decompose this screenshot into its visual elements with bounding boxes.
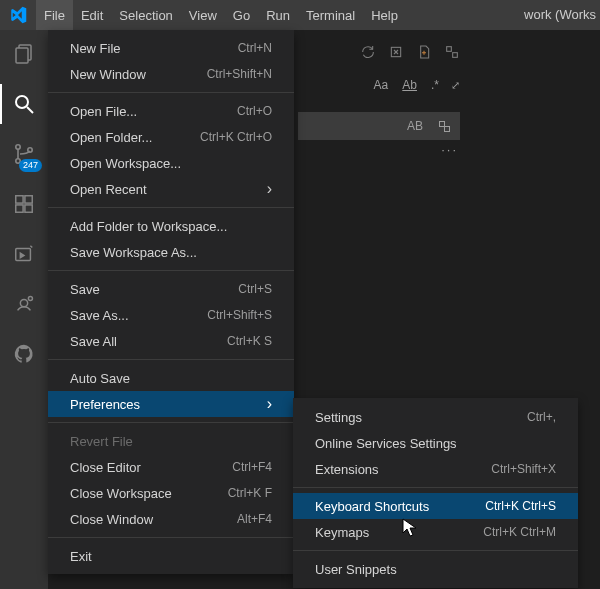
- file-menu-open-file[interactable]: Open File...Ctrl+O: [48, 98, 294, 124]
- menu-item-label: New File: [70, 41, 121, 56]
- file-menu-exit[interactable]: Exit: [48, 543, 294, 569]
- menu-item-label: Save All: [70, 334, 117, 349]
- remote-icon[interactable]: [0, 288, 48, 320]
- file-menu-dropdown: New FileCtrl+NNew WindowCtrl+Shift+NOpen…: [48, 30, 294, 574]
- match-whole-word-toggle[interactable]: Ab: [400, 78, 419, 93]
- search-icon[interactable]: [0, 88, 48, 120]
- menu-item-label: Keymaps: [315, 525, 369, 540]
- menu-shortcut: Ctrl+K Ctrl+O: [200, 130, 272, 144]
- file-menu-new-window[interactable]: New WindowCtrl+Shift+N: [48, 61, 294, 87]
- file-menu-open-recent[interactable]: Open Recent›: [48, 176, 294, 202]
- editor-toolbar: [360, 44, 460, 60]
- menu-shortcut: Ctrl+S: [238, 282, 272, 296]
- pref-menu-extensions[interactable]: ExtensionsCtrl+Shift+X: [293, 456, 578, 482]
- menu-separator: [48, 422, 294, 423]
- menu-item-label: Close Window: [70, 512, 153, 527]
- menu-separator: [48, 359, 294, 360]
- menu-separator: [48, 537, 294, 538]
- file-menu-open-folder[interactable]: Open Folder...Ctrl+K Ctrl+O: [48, 124, 294, 150]
- github-icon[interactable]: [0, 338, 48, 370]
- app-logo-icon: [0, 0, 36, 30]
- menu-item-label: Add Folder to Workspace...: [70, 219, 227, 234]
- menu-shortcut: Ctrl+Shift+N: [207, 67, 272, 81]
- regex-toggle[interactable]: .*: [429, 78, 441, 93]
- pref-menu-settings[interactable]: SettingsCtrl+,: [293, 404, 578, 430]
- menubar-item-selection[interactable]: Selection: [111, 0, 180, 30]
- extensions-icon[interactable]: [0, 188, 48, 220]
- menu-shortcut: Ctrl+K F: [228, 486, 272, 500]
- menu-shortcut: Ctrl+K S: [227, 334, 272, 348]
- activity-bar: 247: [0, 30, 48, 589]
- svg-line-3: [27, 107, 33, 113]
- menu-item-label: New Window: [70, 67, 146, 82]
- menu-item-label: User Snippets: [315, 562, 397, 577]
- menu-item-label: Save As...: [70, 308, 129, 323]
- menu-separator: [293, 550, 578, 551]
- refresh-icon[interactable]: [360, 44, 376, 60]
- menubar-item-terminal[interactable]: Terminal: [298, 0, 363, 30]
- chevron-right-icon: ›: [267, 180, 272, 198]
- file-menu-save-all[interactable]: Save AllCtrl+K S: [48, 328, 294, 354]
- menu-item-label: Open Folder...: [70, 130, 152, 145]
- preserve-case-toggle[interactable]: AB: [407, 119, 423, 133]
- file-menu-new-file[interactable]: New FileCtrl+N: [48, 35, 294, 61]
- explorer-icon[interactable]: [0, 38, 48, 70]
- pref-menu-keyboard-shortcuts[interactable]: Keyboard ShortcutsCtrl+K Ctrl+S: [293, 493, 578, 519]
- titlebar: FileEditSelectionViewGoRunTerminalHelp w…: [0, 0, 600, 30]
- svg-rect-8: [25, 196, 32, 203]
- pref-menu-online-services[interactable]: Online Services Settings: [293, 430, 578, 456]
- preferences-submenu: SettingsCtrl+,Online Services SettingsEx…: [293, 398, 578, 588]
- menu-item-label: Close Editor: [70, 460, 141, 475]
- menu-shortcut: Ctrl+O: [237, 104, 272, 118]
- svg-point-4: [16, 145, 20, 149]
- find-options: Aa Ab .* ⤢: [372, 78, 460, 93]
- pref-menu-user-snippets[interactable]: User Snippets: [293, 556, 578, 582]
- svg-rect-18: [453, 53, 458, 58]
- menu-item-label: Save: [70, 282, 100, 297]
- new-file-icon[interactable]: [416, 44, 432, 60]
- svg-rect-10: [25, 205, 32, 212]
- pref-menu-keymaps[interactable]: KeymapsCtrl+K Ctrl+M: [293, 519, 578, 545]
- menu-item-label: Save Workspace As...: [70, 245, 197, 260]
- collapse-icon[interactable]: [444, 44, 460, 60]
- menu-shortcut: Ctrl+Shift+X: [491, 462, 556, 476]
- menu-shortcut: Ctrl+K Ctrl+M: [483, 525, 556, 539]
- file-menu-close-window[interactable]: Close WindowAlt+F4: [48, 506, 294, 532]
- file-menu-save[interactable]: SaveCtrl+S: [48, 276, 294, 302]
- menubar-item-view[interactable]: View: [181, 0, 225, 30]
- run-debug-icon[interactable]: [0, 238, 48, 270]
- svg-rect-17: [447, 47, 452, 52]
- menu-shortcut: Ctrl+,: [527, 410, 556, 424]
- svg-point-12: [20, 299, 27, 306]
- file-menu-save-as[interactable]: Save As...Ctrl+Shift+S: [48, 302, 294, 328]
- file-menu-close-workspace[interactable]: Close WorkspaceCtrl+K F: [48, 480, 294, 506]
- expand-icon[interactable]: ⤢: [451, 79, 460, 92]
- menu-item-label: Extensions: [315, 462, 379, 477]
- menu-item-label: Open Recent: [70, 182, 147, 197]
- menubar-item-go[interactable]: Go: [225, 0, 258, 30]
- menubar-item-edit[interactable]: Edit: [73, 0, 111, 30]
- svg-rect-7: [16, 196, 23, 203]
- file-menu-close-editor[interactable]: Close EditorCtrl+F4: [48, 454, 294, 480]
- svg-rect-9: [16, 205, 23, 212]
- replace-all-icon[interactable]: [437, 119, 452, 134]
- file-menu-add-folder[interactable]: Add Folder to Workspace...: [48, 213, 294, 239]
- file-menu-preferences[interactable]: Preferences›: [48, 391, 294, 417]
- file-menu-save-workspace-as[interactable]: Save Workspace As...: [48, 239, 294, 265]
- file-menu-auto-save[interactable]: Auto Save: [48, 365, 294, 391]
- scm-badge: 247: [19, 159, 42, 172]
- more-icon[interactable]: ···: [441, 142, 458, 157]
- menu-item-label: Exit: [70, 549, 92, 564]
- match-case-toggle[interactable]: Aa: [372, 78, 391, 93]
- menu-separator: [293, 487, 578, 488]
- menu-item-label: Open File...: [70, 104, 137, 119]
- clear-icon[interactable]: [388, 44, 404, 60]
- svg-rect-1: [16, 48, 28, 63]
- menu-separator: [48, 92, 294, 93]
- menubar-item-run[interactable]: Run: [258, 0, 298, 30]
- menubar-item-file[interactable]: File: [36, 0, 73, 30]
- file-menu-open-workspace[interactable]: Open Workspace...: [48, 150, 294, 176]
- source-control-icon[interactable]: 247: [0, 138, 48, 170]
- replace-row: AB: [298, 112, 460, 140]
- menubar-item-help[interactable]: Help: [363, 0, 406, 30]
